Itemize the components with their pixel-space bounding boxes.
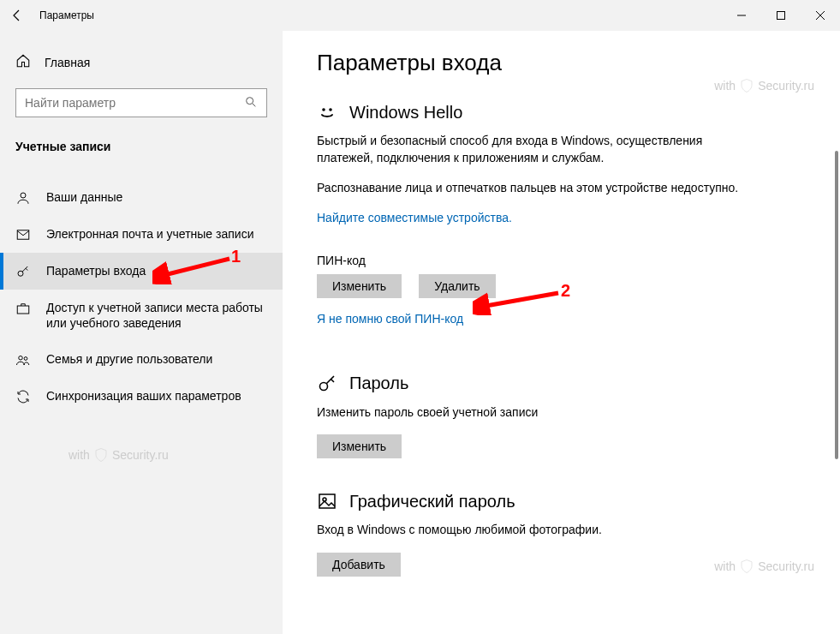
picture-icon — [317, 491, 337, 511]
picture-desc: Вход в Windows с помощью любимой фотогра… — [317, 522, 762, 539]
svg-point-9 — [24, 357, 27, 361]
svg-point-12 — [320, 382, 328, 390]
home-icon — [15, 53, 31, 71]
hello-desc: Быстрый и безопасный способ для входа в … — [317, 133, 762, 166]
titlebar: Параметры — [0, 0, 840, 31]
svg-rect-7 — [17, 306, 29, 314]
section-heading: Пароль — [349, 374, 408, 393]
sync-icon — [15, 389, 31, 404]
svg-rect-5 — [17, 230, 29, 240]
sidebar-item-label: Семья и другие пользователи — [46, 351, 267, 367]
people-icon — [15, 352, 31, 368]
sidebar-section-title: Учетные записи — [0, 135, 283, 164]
key-icon — [317, 374, 337, 394]
picture-add-button[interactable]: Добавить — [317, 553, 401, 577]
search-box[interactable] — [15, 88, 267, 117]
sidebar-item-label: Синхронизация ваших параметров — [46, 388, 267, 404]
sidebar-item-label: Электронная почта и учетные записи — [46, 226, 267, 242]
svg-line-16 — [481, 293, 558, 307]
password-desc: Изменить пароль своей учетной записи — [317, 404, 762, 422]
annotation-arrow-1 — [152, 254, 238, 284]
content: Параметры входа Windows Hello Быстрый и … — [283, 31, 840, 634]
svg-rect-13 — [319, 494, 335, 508]
section-heading: Графический пароль — [349, 492, 515, 511]
window-controls — [722, 0, 840, 31]
pin-change-button[interactable]: Изменить — [317, 274, 402, 298]
svg-point-11 — [329, 108, 332, 111]
section-password: Пароль Изменить пароль своей учетной зап… — [317, 374, 806, 459]
maximize-button[interactable] — [761, 0, 801, 31]
sidebar-item-sync[interactable]: Синхронизация ваших параметров — [0, 378, 283, 415]
annotation-number-1: 1 — [231, 247, 241, 266]
scrollbar[interactable] — [835, 151, 838, 459]
person-icon — [15, 190, 31, 206]
svg-point-2 — [247, 97, 253, 104]
minimize-button[interactable] — [722, 0, 761, 31]
svg-point-10 — [322, 108, 325, 111]
smile-icon — [317, 102, 337, 123]
key-icon — [15, 264, 31, 279]
svg-point-4 — [21, 193, 26, 198]
annotation-number-2: 2 — [561, 281, 570, 301]
find-devices-link[interactable]: Найдите совместимые устройства. — [317, 211, 512, 224]
page-title: Параметры входа — [317, 50, 806, 76]
search-icon — [244, 95, 258, 111]
close-button[interactable] — [801, 0, 840, 31]
sidebar-home[interactable]: Главная — [0, 48, 283, 83]
back-button[interactable] — [0, 0, 34, 31]
sidebar-item-label: Ваши данные — [46, 189, 267, 205]
watermark: with Security.ru — [714, 78, 814, 93]
sidebar: Главная Учетные записи Ваши данные Элект… — [0, 31, 283, 634]
svg-rect-1 — [777, 12, 785, 20]
forgot-pin-link[interactable]: Я не помню свой ПИН-код — [317, 312, 463, 326]
search-input[interactable] — [25, 96, 244, 110]
svg-line-15 — [161, 259, 229, 276]
sidebar-item-your-info[interactable]: Ваши данные — [0, 179, 283, 216]
svg-point-6 — [18, 271, 23, 276]
sidebar-home-label: Главная — [45, 56, 90, 69]
sidebar-item-label: Доступ к учетной записи места работы или… — [46, 300, 267, 331]
briefcase-icon — [15, 301, 31, 316]
section-picture-password: Графический пароль Вход в Windows с помо… — [317, 491, 806, 577]
mail-icon — [15, 227, 31, 242]
sidebar-nav: Ваши данные Электронная почта и учетные … — [0, 179, 283, 415]
window-title: Параметры — [39, 9, 94, 21]
svg-point-8 — [19, 356, 23, 361]
annotation-arrow-2 — [473, 284, 567, 315]
sidebar-item-work-school[interactable]: Доступ к учетной записи места работы или… — [0, 290, 283, 341]
hello-unavailable: Распознавание лица и отпечатков пальцев … — [317, 180, 762, 197]
password-change-button[interactable]: Изменить — [317, 434, 402, 458]
sidebar-item-family[interactable]: Семья и другие пользователи — [0, 341, 283, 378]
watermark: with Security.ru — [69, 447, 169, 463]
svg-line-3 — [253, 104, 255, 106]
pin-label: ПИН-код — [317, 254, 806, 267]
section-heading: Windows Hello — [349, 103, 462, 123]
